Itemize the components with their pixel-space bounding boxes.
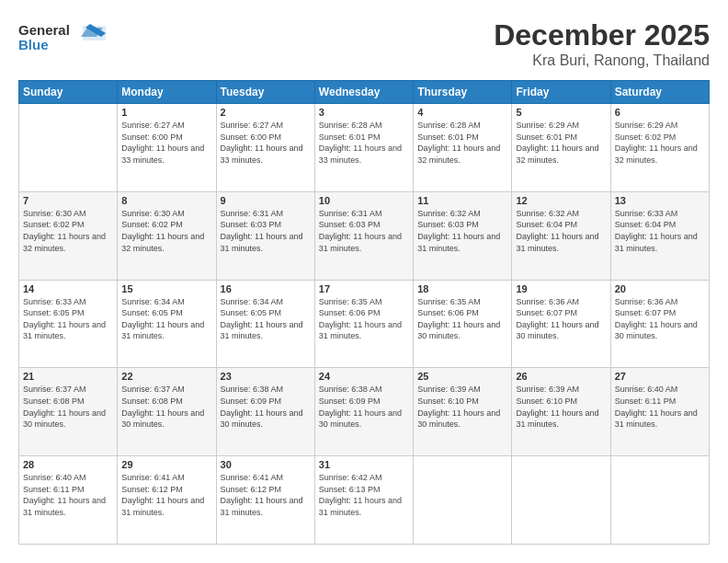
- day-number: 19: [516, 283, 606, 294]
- table-row: 18Sunrise: 6:35 AMSunset: 6:06 PMDayligh…: [414, 280, 512, 368]
- day-info: Sunrise: 6:29 AMSunset: 6:01 PMDaylight:…: [516, 120, 606, 166]
- day-info: Sunrise: 6:37 AMSunset: 6:08 PMDaylight:…: [23, 384, 113, 430]
- day-number: 14: [23, 283, 113, 294]
- day-info: Sunrise: 6:31 AMSunset: 6:03 PMDaylight:…: [221, 208, 311, 254]
- day-number: 27: [615, 371, 705, 382]
- day-info: Sunrise: 6:31 AMSunset: 6:03 PMDaylight:…: [319, 208, 409, 254]
- table-row: 4Sunrise: 6:28 AMSunset: 6:01 PMDaylight…: [414, 104, 512, 192]
- table-row: 27Sunrise: 6:40 AMSunset: 6:11 PMDayligh…: [610, 368, 709, 456]
- day-info: Sunrise: 6:27 AMSunset: 6:00 PMDaylight:…: [221, 120, 311, 166]
- table-row: 26Sunrise: 6:39 AMSunset: 6:10 PMDayligh…: [512, 368, 610, 456]
- col-sunday: Sunday: [19, 81, 118, 104]
- day-info: Sunrise: 6:32 AMSunset: 6:03 PMDaylight:…: [417, 208, 507, 254]
- table-row: 14Sunrise: 6:33 AMSunset: 6:05 PMDayligh…: [19, 280, 118, 368]
- day-number: 4: [417, 107, 507, 118]
- table-row: 23Sunrise: 6:38 AMSunset: 6:09 PMDayligh…: [216, 368, 314, 456]
- day-number: 22: [121, 371, 211, 382]
- day-info: Sunrise: 6:33 AMSunset: 6:05 PMDaylight:…: [23, 296, 113, 342]
- day-info: Sunrise: 6:35 AMSunset: 6:06 PMDaylight:…: [319, 296, 409, 342]
- table-row: 24Sunrise: 6:38 AMSunset: 6:09 PMDayligh…: [314, 368, 413, 456]
- calendar-week-row: 28Sunrise: 6:40 AMSunset: 6:11 PMDayligh…: [19, 456, 710, 545]
- col-tuesday: Tuesday: [216, 81, 314, 104]
- col-thursday: Thursday: [414, 81, 512, 104]
- table-row: 11Sunrise: 6:32 AMSunset: 6:03 PMDayligh…: [414, 191, 512, 280]
- day-info: Sunrise: 6:30 AMSunset: 6:02 PMDaylight:…: [23, 208, 113, 254]
- day-info: Sunrise: 6:39 AMSunset: 6:10 PMDaylight:…: [516, 384, 606, 430]
- day-number: 21: [23, 371, 113, 382]
- day-number: 9: [221, 195, 311, 206]
- table-row: 5Sunrise: 6:29 AMSunset: 6:01 PMDaylight…: [512, 104, 610, 192]
- col-saturday: Saturday: [610, 81, 709, 104]
- day-info: Sunrise: 6:42 AMSunset: 6:13 PMDaylight:…: [319, 472, 409, 518]
- day-info: Sunrise: 6:38 AMSunset: 6:09 PMDaylight:…: [319, 384, 409, 430]
- day-number: 6: [615, 107, 705, 118]
- day-number: 12: [516, 195, 606, 206]
- calendar-week-row: 1Sunrise: 6:27 AMSunset: 6:00 PMDaylight…: [19, 104, 710, 192]
- day-number: 23: [221, 371, 311, 382]
- day-number: 31: [319, 459, 409, 470]
- calendar-week-row: 21Sunrise: 6:37 AMSunset: 6:08 PMDayligh…: [19, 368, 710, 456]
- table-row: 16Sunrise: 6:34 AMSunset: 6:05 PMDayligh…: [216, 280, 314, 368]
- table-row: 15Sunrise: 6:34 AMSunset: 6:05 PMDayligh…: [118, 280, 216, 368]
- svg-text:General: General: [18, 22, 70, 38]
- day-info: Sunrise: 6:32 AMSunset: 6:04 PMDaylight:…: [516, 208, 606, 254]
- day-number: 15: [121, 283, 211, 294]
- day-number: 29: [121, 459, 211, 470]
- table-row: 2Sunrise: 6:27 AMSunset: 6:00 PMDaylight…: [216, 104, 314, 192]
- svg-text:Blue: Blue: [18, 37, 49, 52]
- table-row: 12Sunrise: 6:32 AMSunset: 6:04 PMDayligh…: [512, 191, 610, 280]
- day-info: Sunrise: 6:40 AMSunset: 6:11 PMDaylight:…: [23, 472, 113, 518]
- day-info: Sunrise: 6:34 AMSunset: 6:05 PMDaylight:…: [221, 296, 311, 342]
- day-info: Sunrise: 6:28 AMSunset: 6:01 PMDaylight:…: [319, 120, 409, 166]
- table-row: [414, 456, 512, 545]
- day-number: 18: [417, 283, 507, 294]
- day-info: Sunrise: 6:33 AMSunset: 6:04 PMDaylight:…: [615, 208, 705, 254]
- table-row: 22Sunrise: 6:37 AMSunset: 6:08 PMDayligh…: [118, 368, 216, 456]
- logo: General Blue: [18, 18, 106, 53]
- calendar-table: Sunday Monday Tuesday Wednesday Thursday…: [18, 80, 710, 545]
- day-info: Sunrise: 6:39 AMSunset: 6:10 PMDaylight:…: [417, 384, 507, 430]
- table-row: 8Sunrise: 6:30 AMSunset: 6:02 PMDaylight…: [118, 191, 216, 280]
- day-number: 20: [615, 283, 705, 294]
- day-info: Sunrise: 6:29 AMSunset: 6:02 PMDaylight:…: [615, 120, 705, 166]
- day-info: Sunrise: 6:36 AMSunset: 6:07 PMDaylight:…: [615, 296, 705, 342]
- day-number: 28: [23, 459, 113, 470]
- day-number: 2: [221, 107, 311, 118]
- col-monday: Monday: [118, 81, 216, 104]
- day-number: 8: [121, 195, 211, 206]
- table-row: 21Sunrise: 6:37 AMSunset: 6:08 PMDayligh…: [19, 368, 118, 456]
- day-info: Sunrise: 6:37 AMSunset: 6:08 PMDaylight:…: [121, 384, 211, 430]
- day-number: 3: [319, 107, 409, 118]
- header: General Blue December 2025 Kra Buri, Ran…: [18, 18, 710, 69]
- day-info: Sunrise: 6:36 AMSunset: 6:07 PMDaylight:…: [516, 296, 606, 342]
- day-info: Sunrise: 6:30 AMSunset: 6:02 PMDaylight:…: [121, 208, 211, 254]
- table-row: 3Sunrise: 6:28 AMSunset: 6:01 PMDaylight…: [314, 104, 413, 192]
- table-row: 25Sunrise: 6:39 AMSunset: 6:10 PMDayligh…: [414, 368, 512, 456]
- day-number: 13: [615, 195, 705, 206]
- day-number: 10: [319, 195, 409, 206]
- table-row: 9Sunrise: 6:31 AMSunset: 6:03 PMDaylight…: [216, 191, 314, 280]
- table-row: 19Sunrise: 6:36 AMSunset: 6:07 PMDayligh…: [512, 280, 610, 368]
- day-number: 1: [121, 107, 211, 118]
- table-row: 7Sunrise: 6:30 AMSunset: 6:02 PMDaylight…: [19, 191, 118, 280]
- table-row: 10Sunrise: 6:31 AMSunset: 6:03 PMDayligh…: [314, 191, 413, 280]
- month-title: December 2025: [494, 18, 710, 52]
- day-info: Sunrise: 6:27 AMSunset: 6:00 PMDaylight:…: [121, 120, 211, 166]
- day-info: Sunrise: 6:40 AMSunset: 6:11 PMDaylight:…: [615, 384, 705, 430]
- table-row: [19, 104, 118, 192]
- day-number: 17: [319, 283, 409, 294]
- table-row: [512, 456, 610, 545]
- table-row: 1Sunrise: 6:27 AMSunset: 6:00 PMDaylight…: [118, 104, 216, 192]
- day-info: Sunrise: 6:35 AMSunset: 6:06 PMDaylight:…: [417, 296, 507, 342]
- col-wednesday: Wednesday: [314, 81, 413, 104]
- table-row: 30Sunrise: 6:41 AMSunset: 6:12 PMDayligh…: [216, 456, 314, 545]
- day-info: Sunrise: 6:28 AMSunset: 6:01 PMDaylight:…: [417, 120, 507, 166]
- day-number: 30: [221, 459, 311, 470]
- day-info: Sunrise: 6:41 AMSunset: 6:12 PMDaylight:…: [221, 472, 311, 518]
- table-row: 31Sunrise: 6:42 AMSunset: 6:13 PMDayligh…: [314, 456, 413, 545]
- day-number: 24: [319, 371, 409, 382]
- calendar-week-row: 14Sunrise: 6:33 AMSunset: 6:05 PMDayligh…: [19, 280, 710, 368]
- day-number: 25: [417, 371, 507, 382]
- col-friday: Friday: [512, 81, 610, 104]
- table-row: [610, 456, 709, 545]
